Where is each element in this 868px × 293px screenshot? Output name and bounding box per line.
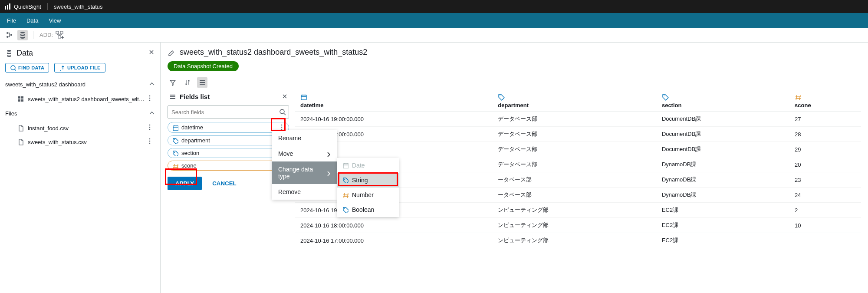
divider: [47, 3, 48, 10]
dashboard-section[interactable]: sweets_with_status2 dashboard: [5, 77, 155, 92]
find-data-button[interactable]: FIND DATA: [5, 63, 49, 72]
search-fields-input[interactable]: [168, 106, 276, 118]
dataset-more-button[interactable]: [146, 95, 153, 103]
table-cell: ータベース部: [493, 188, 657, 203]
table-cell: DynamoDB課: [657, 172, 789, 188]
col-label: scone: [795, 102, 856, 109]
edit-icon[interactable]: [168, 49, 175, 56]
field-chip-label: department: [181, 137, 210, 144]
list-icon: [169, 93, 176, 100]
ctx-change-type[interactable]: Change data type: [272, 161, 337, 184]
product-logo[interactable]: QuickSight: [4, 3, 41, 10]
grid-icon: [17, 95, 24, 102]
schema-view-button[interactable]: [4, 30, 15, 40]
dataset-item-label: sweets_with_status2 dashboard_sweets_wit…: [28, 96, 146, 102]
menu-data[interactable]: Data: [26, 17, 38, 24]
divider: [33, 31, 33, 39]
fields-panel: Fields list datetime department: [168, 90, 289, 248]
type-submenu: Date String Number Boolean: [337, 158, 399, 217]
ctx-move-label: Move: [278, 150, 293, 157]
menu-view[interactable]: View: [49, 17, 61, 24]
table-cell: 27: [789, 112, 861, 127]
table-row[interactable]: 2024-10-16 17:00:00.000ンピューティング部EC2課: [295, 233, 861, 248]
type-date[interactable]: Date: [337, 158, 399, 173]
tag-icon: [662, 94, 669, 101]
table-row[interactable]: 00.000データベース部DocumentDB課29: [295, 142, 861, 157]
menu-bar: File Data View: [0, 13, 868, 28]
tag-icon: [498, 94, 505, 101]
svg-rect-21: [9, 3, 10, 10]
type-boolean-label: Boolean: [352, 206, 374, 213]
add-label: ADD:: [39, 32, 53, 38]
field-chip-scone[interactable]: scone: [168, 161, 289, 171]
table-cell: EC2課: [657, 218, 789, 233]
ctx-remove[interactable]: Remove: [272, 184, 337, 200]
file-more-button[interactable]: [146, 124, 153, 132]
chevron-right-icon: [325, 170, 331, 176]
files-section[interactable]: Files: [5, 106, 155, 121]
field-chip-label: scone: [181, 162, 197, 169]
filter-button[interactable]: [168, 77, 178, 88]
col-label: section: [662, 102, 784, 109]
ctx-change-type-label: Change data type: [278, 166, 325, 180]
ctx-rename[interactable]: Rename: [272, 130, 337, 146]
quicksight-icon: [4, 3, 11, 10]
ctx-remove-label: Remove: [278, 188, 301, 195]
type-string[interactable]: String: [337, 173, 399, 188]
fields-title: Fields list: [180, 93, 210, 100]
app-topbar: QuickSight sweets_with_status: [0, 0, 868, 13]
list-view-button[interactable]: [197, 77, 207, 88]
file-item[interactable]: instant_food.csv: [5, 121, 155, 135]
hash-icon: [342, 192, 349, 198]
type-boolean[interactable]: Boolean: [337, 202, 399, 217]
field-chip-label: datetime: [181, 124, 203, 131]
chevron-up-icon: [148, 109, 155, 118]
file-more-button[interactable]: [146, 138, 153, 146]
field-chip-datetime[interactable]: datetime: [168, 122, 289, 133]
search-fields-input-wrap: [168, 105, 289, 119]
table-cell: 24: [789, 188, 861, 203]
upload-file-button[interactable]: UPLOAD FILE: [54, 63, 105, 72]
file-item[interactable]: sweets_with_status.csv: [5, 135, 155, 149]
chevron-up-icon: [148, 80, 155, 89]
sort-button[interactable]: [182, 77, 193, 88]
cancel-button[interactable]: CANCEL: [212, 180, 237, 187]
col-label: department: [498, 102, 651, 109]
database-view-button[interactable]: [17, 30, 28, 40]
upload-file-label: UPLOAD FILE: [67, 65, 101, 70]
col-department[interactable]: department: [493, 90, 657, 112]
hash-icon: [172, 163, 178, 169]
field-chip-section[interactable]: section: [168, 148, 289, 158]
col-datetime[interactable]: datetime: [295, 90, 493, 112]
svg-rect-19: [5, 6, 6, 10]
table-cell: DocumentDB課: [657, 112, 789, 127]
table-cell: 2024-10-16 18:00:00.000: [295, 218, 493, 233]
search-icon[interactable]: [276, 106, 289, 118]
close-data-pane-button[interactable]: [148, 49, 155, 58]
menu-file[interactable]: File: [7, 17, 16, 24]
type-number[interactable]: Number: [337, 188, 399, 202]
find-data-label: FIND DATA: [18, 65, 44, 70]
table-cell: ータベース部: [493, 172, 657, 188]
add-node-button[interactable]: [55, 30, 65, 40]
field-chip-department[interactable]: department: [168, 135, 289, 145]
close-fields-button[interactable]: [281, 93, 287, 100]
main-pane: sweets_with_status2 dashboard_sweets_wit…: [161, 43, 868, 293]
data-pane-title: Data: [16, 49, 33, 58]
table-row[interactable]: 2024-10-16 18:00:00.000データベース部DocumentDB…: [295, 127, 861, 142]
col-scone[interactable]: scone: [789, 90, 861, 112]
table-cell: EC2課: [657, 233, 789, 248]
table-cell: DocumentDB課: [657, 127, 789, 142]
ctx-move[interactable]: Move: [272, 146, 337, 161]
table-row[interactable]: 2024-10-16 18:00:00.000ンピューティング部EC2課10: [295, 218, 861, 233]
col-section[interactable]: section: [657, 90, 789, 112]
file-icon: [17, 138, 24, 145]
table-row[interactable]: 2024-10-16 19:00:00.000データベース部DocumentDB…: [295, 112, 861, 127]
apply-button[interactable]: APPLY: [168, 177, 202, 190]
dashboard-section-label: sweets_with_status2 dashboard: [5, 81, 85, 88]
table-cell: ンピューティング部: [493, 218, 657, 233]
table-cell: データベース部: [493, 112, 657, 127]
dataset-item[interactable]: sweets_with_status2 dashboard_sweets_wit…: [5, 92, 155, 106]
table-cell: 28: [789, 127, 861, 142]
table-cell: ンピューティング部: [493, 233, 657, 248]
